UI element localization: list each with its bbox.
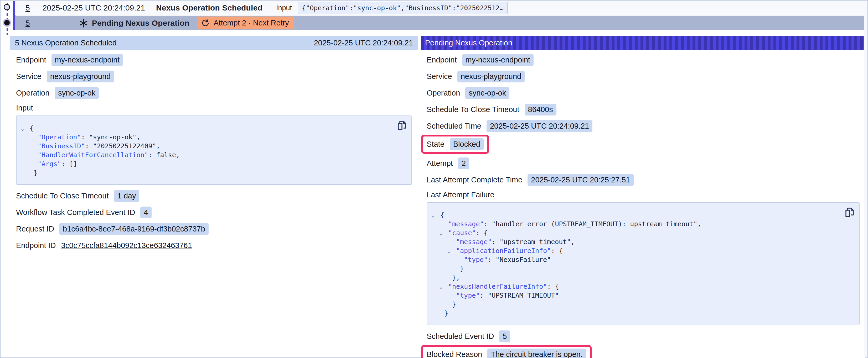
scheduled-panel-header: 5 Nexus Operation Scheduled 2025-02-25 U… [10,36,418,50]
chevron-down-icon[interactable]: ⌄ [431,212,435,218]
field-request-id: Request ID b1c6a4bc-8ee7-468a-9169-df3b0… [16,223,412,235]
pending-panel-title: Pending Nexus Operation [425,39,512,47]
state-value-chip: Blocked [450,138,484,150]
field-label: Service [427,72,452,81]
blocked-reason-value-chip: The circuit breaker is open. [487,349,586,358]
failure-json-viewer: ⌄{ "message": "handler error (UPSTREAM_T… [427,202,860,325]
field-value-chip: nexus-playground [47,71,114,83]
input-json-viewer: ⌄{ "Operation": "sync-op-ok", "BusinessI… [16,116,412,185]
field-value-chip: sync-op-ok [55,87,99,99]
field-value-chip: 2025-02-25 UTC 20:25:27.51 [528,174,633,186]
field-label: Endpoint ID [16,241,56,250]
event-title: Pending Nexus Operation [92,19,189,28]
field-blocked-reason: Blocked Reason The circuit breaker is op… [427,349,586,358]
event-history-page: 5 2025-02-25 UTC 20:24:09.21 Nexus Opera… [0,0,868,358]
event-id-link[interactable]: 5 [26,19,30,28]
field-value-chip: b1c6a4bc-8ee7-468a-9169-df3b02c8737b [59,223,209,235]
field-label: Schedule To Close Timeout [427,105,519,114]
field-endpoint: Endpoint my-nexus-endpoint [427,54,860,66]
chevron-down-icon[interactable]: ⌄ [447,248,451,254]
retry-icon [202,19,209,27]
pending-operation-panel: Pending Nexus Operation Endpoint my-nexu… [421,36,865,358]
event-id-link[interactable]: 5 [26,3,30,12]
event-row-scheduled[interactable]: 5 2025-02-25 UTC 20:24:09.21 Nexus Opera… [15,1,864,15]
field-operation: Operation sync-op-ok [427,87,860,99]
copy-icon[interactable] [397,120,407,131]
event-input-preview-chip: {"Operation":"sync-op-ok","BusinessID":"… [298,2,508,14]
event-title: Nexus Operation Scheduled [156,3,262,12]
field-scheduled-time: Scheduled Time 2025-02-25 UTC 20:24:09.2… [427,120,860,132]
field-endpoint-id: Endpoint ID 3c0c75ccfa8144b092c13ce63246… [16,240,412,251]
field-value-chip: my-nexus-endpoint [462,54,534,66]
chevron-down-icon[interactable]: ⌄ [439,230,443,236]
field-label: Scheduled Event ID [427,332,494,341]
pending-panel-header: Pending Nexus Operation [421,36,865,50]
field-scheduled-event-id: Scheduled Event ID 5 [427,330,860,342]
copy-icon[interactable] [845,207,854,218]
field-workflow-task-completed-event-id: Workflow Task Completed Event ID 4 [16,206,412,218]
field-label: Workflow Task Completed Event ID [16,208,135,217]
field-last-attempt-complete-time: Last Attempt Complete Time 2025-02-25 UT… [427,174,860,186]
retry-badge-label: Attempt 2 · Next Retry [214,19,289,27]
field-label: Service [16,72,41,81]
field-label: Operation [427,89,460,97]
field-value-chip: 5 [499,330,510,342]
field-label: Last Attempt Complete Time [427,175,522,184]
field-schedule-to-close-timeout: Schedule To Close Timeout 1 day [16,190,412,202]
input-section-label: Input [16,104,412,112]
field-label: Schedule To Close Timeout [16,192,109,200]
field-value-chip: 86400s [525,104,556,116]
field-value-chip: 2 [458,158,469,169]
chevron-down-icon[interactable]: ⌄ [21,125,24,131]
field-attempt: Attempt 2 [427,158,860,169]
field-value-chip: 1 day [114,190,140,202]
field-label: Endpoint [16,56,46,64]
field-operation: Operation sync-op-ok [16,87,412,99]
field-value-chip: sync-op-ok [465,87,509,99]
state-annotation-highlight: State Blocked [421,135,489,154]
scheduled-event-panel: 5 Nexus Operation Scheduled 2025-02-25 U… [10,36,418,357]
field-value-chip: my-nexus-endpoint [52,54,123,66]
failure-section-label: Last Attempt Failure [427,191,860,199]
field-label: Blocked Reason [427,350,482,358]
scheduled-panel-title: 5 Nexus Operation Scheduled [15,39,117,47]
retry-status-badge: Attempt 2 · Next Retry [197,17,294,29]
timeline-gutter [1,1,15,37]
scheduled-panel-time: 2025-02-25 UTC 20:24:09.21 [314,39,413,47]
chevron-down-icon[interactable]: ⌄ [439,283,443,290]
event-timestamp: 2025-02-25 UTC 20:24:09.21 [42,3,145,12]
field-label: Scheduled Time [427,122,481,130]
field-schedule-to-close-timeout: Schedule To Close Timeout 86400s [427,104,860,116]
field-label: State [427,140,444,149]
field-label: Endpoint [427,56,457,64]
field-label: Operation [16,89,50,97]
nexus-asterisk-icon [79,19,88,28]
event-node-open-icon[interactable] [4,4,10,10]
field-service: Service nexus-playground [16,71,412,83]
field-label: Request ID [16,225,54,233]
blocked-reason-annotation-highlight: Blocked Reason The circuit breaker is op… [421,345,592,358]
scrollbar-track[interactable] [864,1,867,357]
event-row-pending[interactable]: 5 Pending Nexus Operation Attempt 2 · Ne… [15,16,864,30]
field-label: Attempt [427,159,453,168]
field-service: Service nexus-playground [427,71,860,83]
field-endpoint: Endpoint my-nexus-endpoint [16,54,412,66]
field-value-chip: 4 [140,206,151,218]
field-value-chip: nexus-playground [457,71,525,83]
endpoint-id-link[interactable]: 3c0c75ccfa8144b092c13ce632463761 [61,241,192,250]
event-input-label: Input [276,4,292,12]
event-node-selected-icon[interactable] [4,20,10,26]
field-state: State Blocked [427,138,484,150]
field-value-chip: 2025-02-25 UTC 20:24:09.21 [487,120,592,132]
